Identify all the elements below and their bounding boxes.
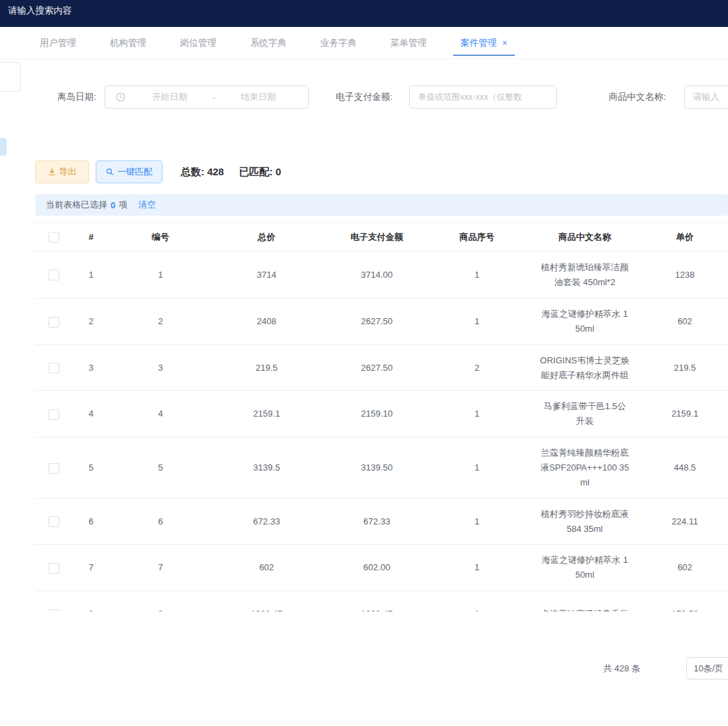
cell-total: 3139.5 <box>211 460 322 475</box>
row-checkbox[interactable] <box>49 270 59 280</box>
col-header-payment: 电子支付金额 <box>322 230 431 245</box>
tab-6[interactable]: 菜单管理 <box>373 27 444 59</box>
cell-total: 602 <box>211 560 322 575</box>
total-label: 总数: <box>181 166 204 177</box>
cell-total: 2159.1 <box>211 406 322 421</box>
cell-payment: 2159.10 <box>322 406 431 421</box>
table-header-row: # 编号 总价 电子支付金额 商品序号 商品中文名称 单价 <box>35 222 728 251</box>
col-header-index: # <box>72 230 110 245</box>
download-icon <box>48 168 56 176</box>
date-filter-label: 离岛日期: <box>57 85 96 109</box>
export-button[interactable]: 导出 <box>35 160 89 183</box>
tab-label: 菜单管理 <box>390 37 427 49</box>
cell-payment: 672.33 <box>322 514 431 529</box>
matched-value: 0 <box>276 166 281 177</box>
cell-index: 2 <box>72 314 110 329</box>
cell-payment: 602.00 <box>322 560 431 575</box>
cell-unit: 448.5 <box>647 460 723 475</box>
cell-seq: 1 <box>431 560 522 575</box>
selection-count: 0 <box>111 200 115 210</box>
col-header-seq: 商品序号 <box>431 230 522 245</box>
pagination-total: 共 428 条 <box>603 657 640 679</box>
cell-unit: 224.11 <box>647 514 723 529</box>
cell-unit: 170.58 <box>647 607 723 611</box>
cell-total: 672.33 <box>211 514 322 529</box>
row-checkbox[interactable] <box>49 609 59 611</box>
cell-code: 7 <box>110 560 211 575</box>
col-header-name: 商品中文名称 <box>522 230 647 245</box>
table-row: 77602602.001海蓝之谜修护精萃水 1 50ml602 <box>35 545 728 591</box>
row-checkbox[interactable] <box>49 409 59 420</box>
date-range-picker[interactable]: 开始日期 - 结束日期 <box>104 86 309 109</box>
page-size-select[interactable]: 10条/页 <box>686 657 728 679</box>
global-search-input[interactable]: 请输入搜索内容 <box>8 5 72 16</box>
tab-5[interactable]: 业务字典 <box>303 27 373 59</box>
cell-name: 兰蔻菁纯臻颜精华粉底 液SPF20PA+++100 35 ml <box>522 446 647 490</box>
cell-unit: 2159.1 <box>647 406 723 421</box>
row-checkbox[interactable] <box>49 563 59 574</box>
cell-total: 3714 <box>211 268 322 282</box>
amount-input[interactable]: 单值或范围xxx-xxx（仅整数 <box>409 86 557 109</box>
product-name-filter-label: 商品中文名称: <box>609 85 666 109</box>
cell-name: 海蓝之谜修护精萃水 1 50ml <box>522 307 647 336</box>
tab-4[interactable]: 系统字典 <box>233 27 303 59</box>
tab-2[interactable]: 机构管理 <box>93 27 163 59</box>
cell-code: 2 <box>110 314 211 329</box>
cell-code: 4 <box>110 406 211 421</box>
select-all-checkbox[interactable] <box>49 232 59 243</box>
match-button-label: 一键匹配 <box>117 166 152 178</box>
row-checkbox[interactable] <box>49 516 59 527</box>
cell-name: 植村秀羽纱持妆粉底液 584 35ml <box>522 507 647 537</box>
cell-name: 海蓝之谜修护精萃水 1 50ml <box>522 553 647 582</box>
table-body: 1137143714.001植村秀新琥珀臻萃洁颜 油套装 450ml*21238… <box>35 251 728 611</box>
cell-name: ORIGINS韦博士灵芝焕 能好底子精华水两件组 <box>522 353 647 383</box>
cell-seq: 2 <box>431 361 522 375</box>
matched-label: 已匹配: <box>239 166 273 177</box>
cell-name: 卡诗菁纯亮泽经典香氛 <box>522 607 647 611</box>
cell-payment: 1023.47 <box>322 607 431 611</box>
col-header-total: 总价 <box>211 230 322 245</box>
cell-code: 1 <box>110 268 211 282</box>
tab-bar: 用户管理机构管理岗位管理系统字典业务字典菜单管理案件管理× <box>0 27 728 59</box>
amount-placeholder: 单值或范围xxx-xxx（仅整数 <box>418 92 522 103</box>
top-navbar: 请输入搜索内容 <box>0 0 728 27</box>
cell-payment: 2627.50 <box>322 314 431 329</box>
cell-seq: 1 <box>431 460 522 475</box>
tab-1[interactable]: 用户管理 <box>23 27 93 59</box>
col-header-code: 编号 <box>110 230 211 245</box>
tab-label: 岗位管理 <box>180 37 216 49</box>
row-checkbox[interactable] <box>49 363 59 373</box>
col-header-unit: 单价 <box>647 230 723 245</box>
table-row: 442159.12159.101马爹利蓝带干邑1.5公 升装2159.1 <box>35 391 728 437</box>
table-row: 881023.471023.471卡诗菁纯亮泽经典香氛170.58 <box>35 591 728 611</box>
cell-code: 5 <box>110 460 211 475</box>
date-end-placeholder[interactable]: 结束日期 <box>216 91 301 103</box>
cell-seq: 1 <box>431 406 522 421</box>
cell-index: 7 <box>72 560 110 575</box>
clear-selection-link[interactable]: 清空 <box>138 199 156 211</box>
table-row: 66672.33672.331植村秀羽纱持妆粉底液 584 35ml224.11 <box>35 499 728 545</box>
tab-close-icon[interactable]: × <box>502 38 508 48</box>
tab-3[interactable]: 岗位管理 <box>163 27 233 59</box>
tab-7[interactable]: 案件管理× <box>444 27 524 59</box>
selection-text-before: 当前表格已选择 <box>46 199 107 211</box>
cell-index: 6 <box>72 514 110 529</box>
row-checkbox[interactable] <box>49 463 59 474</box>
table-row: 1137143714.001植村秀新琥珀臻萃洁颜 油套装 450ml*21238 <box>35 251 728 299</box>
one-click-match-button[interactable]: 一键匹配 <box>96 160 162 183</box>
left-panel-edge <box>0 62 21 92</box>
cell-total: 219.5 <box>211 361 322 375</box>
tab-label: 案件管理 <box>460 37 497 49</box>
tab-label: 业务字典 <box>320 37 357 49</box>
cases-table: # 编号 总价 电子支付金额 商品序号 商品中文名称 单价 1137143714… <box>35 222 728 611</box>
cell-unit: 219.5 <box>647 361 723 375</box>
row-checkbox[interactable] <box>49 317 59 328</box>
cell-payment: 3139.50 <box>322 460 431 475</box>
date-start-placeholder[interactable]: 开始日期 <box>127 91 212 103</box>
cell-code: 6 <box>110 514 211 529</box>
cell-seq: 1 <box>431 268 522 282</box>
cell-seq: 1 <box>431 514 522 529</box>
cell-index: 4 <box>72 406 110 421</box>
product-name-input[interactable]: 请输入 <box>684 86 728 109</box>
table-row: 2224082627.501海蓝之谜修护精萃水 1 50ml602 <box>35 299 728 345</box>
